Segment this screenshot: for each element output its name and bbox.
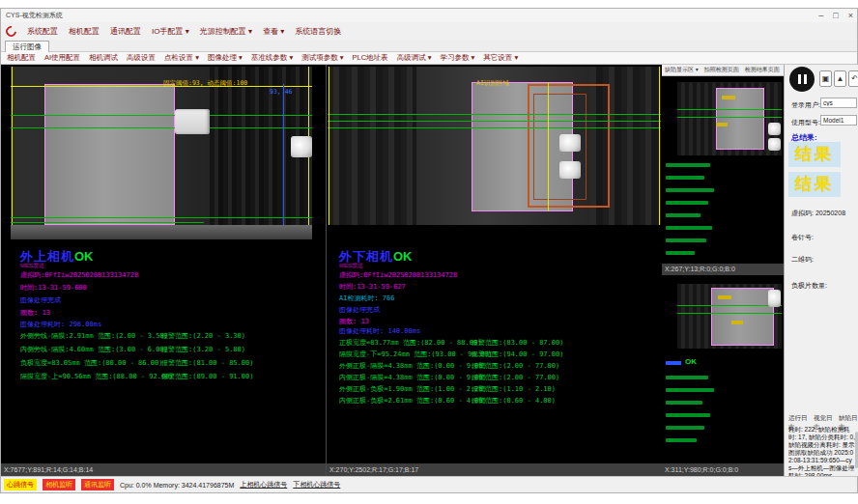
tool-advanced-debug[interactable]: 高级调试 ▾ [397, 53, 432, 63]
tab-result-page[interactable]: 检测结果页面 [745, 66, 780, 74]
aux-camera-image[interactable] [677, 284, 782, 349]
guide-line [11, 86, 312, 87]
tool-spotcheck-settings[interactable]: 点检设置 ▾ [164, 53, 199, 63]
toolbar: 相机配置 AI使用配置 相机调试 高级设置 点检设置 ▾ 图像处理 ▾ 基准线参… [1, 52, 857, 65]
mini-text-line [666, 163, 710, 167]
left-camera-view[interactable]: 固定阈值:93, 动态阈值:100 93, 46 外上相机OK MES发送 虚拟… [1, 65, 326, 476]
blue-marker-label: 93, 46 [270, 88, 292, 96]
threshold-overlay-label: 固定阈值:93, 动态阈值:100 [163, 79, 247, 88]
tool-camera-config[interactable]: 相机配置 [7, 53, 36, 63]
alarm-range: 报警范围:(2.20 - 3.30) [161, 331, 245, 341]
lock-icon-button[interactable]: ▣ [819, 70, 832, 87]
tab-connector [175, 109, 210, 134]
login-user-label: 登录用户: [791, 100, 820, 110]
tab-capture-page[interactable]: 拍照检测页面 [704, 66, 739, 74]
camera-status-ok: OK [74, 249, 94, 264]
cell-region-outline [44, 84, 175, 225]
bright-spot [559, 134, 581, 152]
undo-icon-button[interactable]: ↶ [848, 70, 858, 87]
measurement-row: 外侧旁线-隔膜:2.91mm 范围:(2.00 - 3.50) [20, 331, 168, 341]
menu-system-config[interactable]: 系统配置 [27, 26, 58, 37]
turns-line: 圈数: 13 [20, 308, 50, 318]
tool-image-processing[interactable]: 图像处理 ▾ [208, 53, 243, 63]
tab-run-image[interactable]: 运行图像 [5, 41, 49, 52]
measure-line [328, 121, 661, 122]
menu-comm-config[interactable]: 通讯配置 [110, 26, 141, 37]
vcode-label: 虚拟码: 20250208 [791, 209, 845, 218]
measurement-row: 隔膜宽度-下=95.24mm 范围:(93.00 - 98.00) [339, 350, 493, 359]
tool-advanced-settings[interactable]: 高级设置 [127, 53, 156, 63]
tool-camera-debug[interactable]: 相机调试 [89, 53, 118, 63]
window-title: CYS-视觉检测系统 [6, 12, 63, 18]
model-label: 使用型号: [791, 118, 820, 127]
overlay-label-mark [731, 321, 743, 324]
result-box-1: 结果 [788, 142, 841, 167]
turns-line: 圈数: 13 [339, 317, 369, 326]
mini-text-line [666, 251, 695, 255]
result-box-2: 结果 [788, 172, 841, 197]
alarm-range: 报警范围:(2.00 - 77.00) [472, 373, 559, 382]
pause-button[interactable] [789, 67, 815, 92]
tool-plc-address[interactable]: PLC地址表 [353, 53, 388, 63]
measure-line-blue [283, 84, 284, 225]
model-field[interactable] [820, 115, 857, 126]
maximize-button[interactable]: □ [833, 9, 838, 22]
mini-text-line [666, 376, 708, 379]
measurement-row: 内侧旁线-隔膜:4.60mm 范围:(3.00 - 6.00) [20, 345, 168, 354]
aux-camera-view-top[interactable] [662, 76, 784, 264]
needle-number-label: 卷针号: [791, 233, 814, 242]
aux-tab-strip: 缺陷显示区 ▾ 拍照检测页面 检测结果页面 [662, 65, 784, 76]
lower-camera-heartbeat-link[interactable]: 下相机心跳信号 [293, 480, 340, 490]
alarm-range: 报警范围:(1.10 - 2.10) [472, 384, 556, 394]
mini-text-line [666, 401, 702, 405]
bright-spot [291, 136, 312, 157]
aux-camera-view-bottom[interactable]: OK [662, 275, 784, 463]
measure-line [11, 115, 312, 116]
mini-text-line [666, 201, 708, 205]
measure-line [677, 117, 782, 118]
pixel-coords-readout: X:7677;Y:891;R:14;G:14;B:14 [1, 463, 326, 477]
app-logo-icon [4, 23, 18, 38]
minimize-button[interactable]: – [818, 9, 823, 22]
tool-baseline-params[interactable]: 基准线参数 ▾ [251, 53, 293, 63]
menu-language-switch[interactable]: 系统语言切换 [295, 26, 341, 37]
vcode-value: 20250208 [815, 210, 845, 216]
left-camera-image[interactable]: 固定阈值:93, 动态阈值:100 93, 46 [11, 67, 312, 225]
screen: CYS-视觉检测系统 – □ × 系统配置 相机配置 通讯配置 IO手配置 ▾ … [0, 0, 858, 504]
aux-camera-image[interactable] [677, 82, 782, 155]
measurement-row: 外侧正极-负极=1.90mm 范围:(1.00 - 2.20) [339, 384, 487, 394]
tool-other-settings[interactable]: 其它设置 ▾ [483, 53, 518, 63]
close-button[interactable]: × [848, 9, 853, 22]
machine-floor [11, 225, 312, 239]
tab-defect-display[interactable]: 缺陷显示区 ▾ [665, 66, 699, 74]
center-camera-image[interactable]: AI识别区域 [328, 67, 661, 225]
menu-view[interactable]: 查看 ▾ [263, 26, 284, 37]
login-user-field[interactable] [820, 98, 857, 108]
overlay-label-mark [718, 295, 731, 299]
menu-light-config[interactable]: 光源控制配置 ▾ [200, 26, 252, 37]
measurement-row: 负极宽度=83.05mm 范围:(80.00 - 86.00) [20, 358, 162, 368]
menu-io-config[interactable]: IO手配置 ▾ [152, 26, 189, 37]
arrow-up-icon-button[interactable]: ▲ [834, 70, 846, 87]
measure-line [328, 114, 661, 115]
measure-line [677, 313, 782, 314]
alarm-range: 报警范围:(2.00 - 77.00) [472, 361, 559, 371]
alarm-range: 报警范围:(89.00 - 91.00) [161, 372, 253, 381]
measurement-row: 外侧正极-隔膜=4.38mm 范围:(0.00 - 9.00) [339, 361, 487, 371]
upper-camera-heartbeat-link[interactable]: 上相机心跳信号 [240, 480, 287, 490]
menu-bar: 系统配置 相机配置 通讯配置 IO手配置 ▾ 光源控制配置 ▾ 查看 ▾ 系统语… [1, 22, 857, 40]
comm-listen-badge: 通讯监听 [81, 479, 114, 490]
alarm-range: 报警范围:(0.60 - 4.00) [472, 396, 556, 406]
tool-learn-params[interactable]: 学习参数 ▾ [440, 53, 474, 63]
measurement-row: 内侧正极-负极=2.61mm 范围:(0.60 - 4.00) [339, 396, 487, 406]
measurement-row: 正极宽度=83.77mm 范围:(82.00 - 88.00) [339, 338, 481, 348]
center-camera-view[interactable]: AI识别区域 外下相机OK MES发送 虚拟码:0FfIiw2025020813… [327, 65, 662, 476]
log-output: 耗时: 222, 缺陷检测耗时: 17, 缺陷分类耗时: 0, 缺陷视频分离耗时… [788, 426, 855, 480]
menu-camera-config[interactable]: 相机配置 [69, 26, 100, 37]
bright-spot [768, 290, 781, 307]
overlay-label-mark [722, 96, 735, 99]
mini-text-line [666, 413, 710, 417]
mes-line: MES发送 [20, 262, 44, 270]
tool-ai-config[interactable]: AI使用配置 [44, 53, 80, 63]
tool-test-params[interactable]: 测试项参数 ▾ [301, 53, 343, 63]
